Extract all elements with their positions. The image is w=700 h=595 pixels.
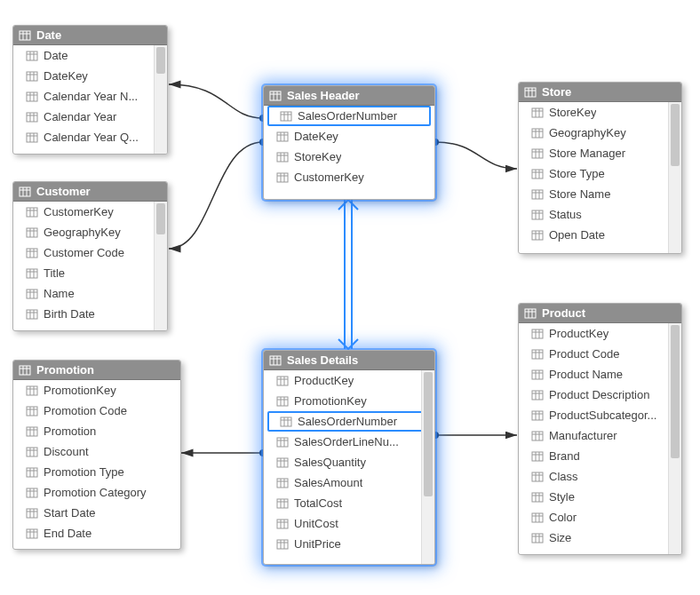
table-sales-header[interactable]: Sales Header SalesOrderNumber DateKey St… (263, 85, 435, 200)
svg-rect-77 (27, 468, 37, 477)
svg-rect-105 (277, 153, 288, 162)
column-item[interactable]: SalesQuantity (264, 452, 434, 472)
column-item[interactable]: Promotion Type (13, 462, 180, 482)
table-promotion[interactable]: Promotion PromotionKey Promotion Code Pr… (12, 360, 181, 550)
scrollbar-thumb[interactable] (156, 203, 165, 234)
column-item[interactable]: Promotion Code (13, 401, 180, 421)
column-label: SalesOrderLineNu... (294, 435, 399, 448)
column-item[interactable]: Date (13, 45, 167, 66)
table-header[interactable]: Customer (13, 182, 167, 202)
svg-rect-161 (532, 129, 543, 138)
column-item-highlighted[interactable]: SalesOrderNumber (267, 411, 431, 432)
column-item[interactable]: Calendar Year (13, 107, 167, 127)
scrollbar[interactable] (668, 102, 681, 253)
scrollbar[interactable] (154, 202, 167, 330)
table-icon (524, 86, 537, 99)
diagram-canvas[interactable]: Date Date DateKey Calendar Year N... Cal… (0, 0, 700, 595)
table-header[interactable]: Sales Header (264, 86, 434, 106)
column-item[interactable]: Open Date (519, 225, 681, 245)
column-item[interactable]: CustomerKey (13, 202, 167, 222)
column-item[interactable]: Store Manager (519, 143, 681, 163)
column-item[interactable]: SalesAmount (264, 472, 434, 493)
column-item[interactable]: GeographyKey (13, 222, 167, 242)
column-item[interactable]: Name (13, 283, 167, 304)
scrollbar[interactable] (668, 323, 681, 554)
column-item[interactable]: TotalCost (264, 493, 434, 513)
column-item[interactable]: Store Type (519, 163, 681, 184)
column-item[interactable]: End Date (13, 523, 180, 543)
column-item[interactable]: DateKey (264, 126, 434, 147)
column-item[interactable]: ProductKey (519, 323, 681, 344)
column-item[interactable]: DateKey (13, 66, 167, 86)
column-item[interactable]: Promotion (13, 421, 180, 441)
table-header[interactable]: Sales Details (264, 351, 434, 370)
column-item[interactable]: ProductKey (264, 370, 434, 391)
svg-rect-113 (270, 356, 281, 365)
column-item[interactable]: Birth Date (13, 304, 167, 324)
column-icon (26, 406, 38, 416)
column-item[interactable]: Title (13, 263, 167, 283)
svg-rect-85 (27, 509, 37, 518)
column-item[interactable]: StoreKey (519, 102, 681, 123)
column-label: Color (549, 511, 577, 524)
scrollbar-thumb[interactable] (156, 47, 165, 74)
column-item[interactable]: Class (519, 466, 681, 487)
table-date[interactable]: Date Date DateKey Calendar Year N... Cal… (12, 25, 168, 155)
column-label: TotalCost (294, 496, 342, 510)
column-item[interactable]: Color (519, 507, 681, 528)
table-icon (524, 307, 537, 320)
table-product[interactable]: Product ProductKey Product Code Product … (518, 303, 682, 555)
column-icon (276, 396, 289, 407)
column-item[interactable]: Calendar Year Q... (13, 127, 167, 147)
column-item[interactable]: UnitCost (264, 513, 434, 534)
column-item[interactable]: Start Date (13, 503, 180, 523)
table-header[interactable]: Product (519, 304, 681, 323)
column-item[interactable]: Size (519, 528, 681, 548)
column-item-highlighted[interactable]: SalesOrderNumber (267, 106, 431, 126)
column-label: Calendar Year (44, 110, 116, 123)
column-item[interactable]: Product Description (519, 385, 681, 405)
column-icon (276, 152, 289, 163)
column-item[interactable]: Brand (519, 446, 681, 466)
table-header[interactable]: Store (519, 83, 681, 102)
column-item[interactable]: Promotion Category (13, 482, 180, 503)
scrollbar[interactable] (421, 370, 434, 564)
scrollbar[interactable] (154, 45, 167, 154)
column-label: StoreKey (549, 106, 596, 119)
column-item[interactable]: Calendar Year N... (13, 86, 167, 107)
column-item[interactable]: Product Code (519, 344, 681, 364)
column-item[interactable]: SalesOrderLineNu... (264, 432, 434, 452)
table-customer[interactable]: Customer CustomerKey GeographyKey Custom… (12, 181, 168, 331)
scrollbar-thumb[interactable] (424, 372, 433, 496)
table-header[interactable]: Promotion (13, 361, 180, 380)
column-item[interactable]: StoreKey (264, 147, 434, 167)
column-item[interactable]: GeographyKey (519, 123, 681, 143)
svg-rect-65 (27, 407, 37, 416)
column-item[interactable]: Manufacturer (519, 425, 681, 446)
table-sales-details[interactable]: Sales Details ProductKey PromotionKey Sa… (263, 350, 435, 565)
column-item[interactable]: Status (519, 204, 681, 225)
column-label: Name (44, 287, 75, 300)
table-store[interactable]: Store StoreKey GeographyKey Store Manage… (518, 82, 682, 254)
column-item[interactable]: ProductSubcategor... (519, 405, 681, 425)
column-item[interactable]: Discount (13, 441, 180, 462)
column-item[interactable]: PromotionKey (264, 391, 434, 411)
svg-rect-17 (27, 92, 37, 101)
column-item[interactable]: Store Name (519, 184, 681, 204)
svg-rect-29 (20, 187, 30, 196)
column-icon (26, 385, 38, 396)
table-header[interactable]: Date (13, 26, 167, 45)
scrollbar-thumb[interactable] (671, 325, 680, 458)
column-item[interactable]: Customer Code (13, 242, 167, 263)
column-icon (26, 132, 38, 143)
column-item[interactable]: Style (519, 487, 681, 507)
column-item[interactable]: CustomerKey (264, 167, 434, 187)
svg-rect-133 (277, 458, 288, 467)
scrollbar-thumb[interactable] (671, 104, 680, 166)
svg-rect-97 (281, 112, 291, 121)
svg-rect-21 (27, 113, 37, 122)
column-item[interactable]: PromotionKey (13, 380, 180, 401)
column-item[interactable]: UnitPrice (264, 534, 434, 554)
column-icon (276, 131, 289, 142)
column-item[interactable]: Product Name (519, 364, 681, 385)
